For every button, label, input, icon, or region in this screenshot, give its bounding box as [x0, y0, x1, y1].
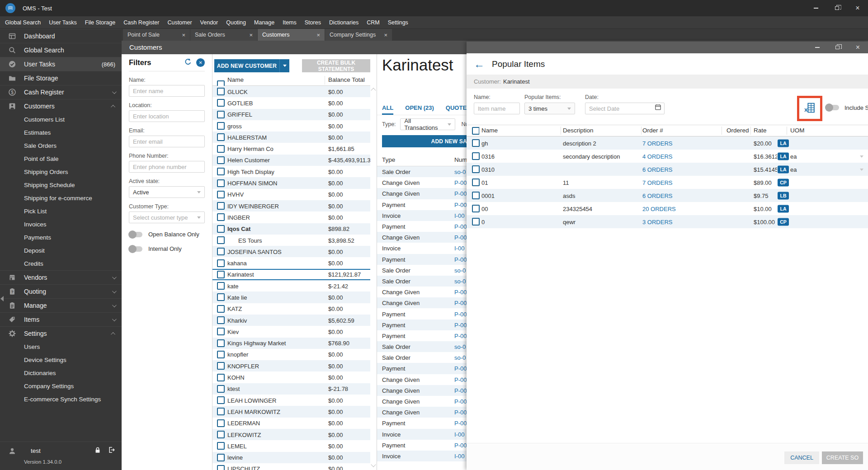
menu-item-cash-register[interactable]: Cash Register	[119, 16, 163, 29]
sidebar-subitem-company-settings[interactable]: Company Settings	[0, 380, 122, 393]
column-header-ordered[interactable]: Ordered	[726, 127, 749, 134]
orders-link[interactable]: 6 ORDERS	[642, 166, 672, 173]
table-row[interactable]: gross$0.00	[212, 120, 370, 132]
table-row[interactable]: GRIFFEL$0.00	[212, 109, 370, 120]
table-row[interactable]: KNOPFLER$0.00	[212, 360, 370, 371]
transaction-number-link[interactable]: P-00	[454, 332, 467, 339]
transaction-number-link[interactable]: P-00	[454, 321, 467, 328]
include-so-toggle[interactable]	[826, 105, 839, 110]
table-row[interactable]: kate$-21.42	[212, 280, 370, 291]
transaction-number-link[interactable]: I-00	[454, 212, 464, 219]
sidebar-subitem-dictionaries[interactable]: Dictionaries	[0, 367, 122, 380]
transaction-number-link[interactable]: so-0	[454, 343, 466, 350]
transaction-number-link[interactable]: so-0	[454, 277, 466, 284]
column-header-description[interactable]: Description	[563, 127, 594, 134]
row-checkbox[interactable]	[217, 191, 225, 198]
table-row[interactable]: Harry Herman Co$1,661.85	[212, 143, 370, 154]
sidebar-subitem-deposit[interactable]: Deposit	[0, 244, 122, 257]
column-header-item-name[interactable]: Name	[481, 127, 498, 134]
menu-item-user-tasks[interactable]: User Tasks	[45, 16, 81, 29]
logout-icon[interactable]	[108, 446, 115, 456]
table-row[interactable]: GOTLIEB$0.00	[212, 97, 370, 108]
menu-item-items[interactable]: Items	[278, 16, 301, 29]
column-header-type[interactable]: Type	[382, 156, 395, 163]
sidebar-subitem-users[interactable]: Users	[0, 340, 122, 353]
row-checkbox[interactable]	[217, 259, 225, 267]
transaction-type-select[interactable]: All Transactions	[400, 118, 455, 130]
customer-type-select[interactable]: Select customer type	[129, 212, 205, 223]
row-checkbox[interactable]	[217, 202, 225, 210]
row-checkbox[interactable]	[472, 152, 480, 160]
add-customer-dropdown-button[interactable]	[279, 59, 289, 72]
table-row[interactable]: ktest$-21.78	[212, 383, 370, 395]
row-checkbox[interactable]	[217, 362, 225, 370]
sidebar-item-manage[interactable]: Manage	[0, 298, 122, 312]
transaction-number-link[interactable]: P-00	[454, 234, 467, 241]
row-checkbox[interactable]	[217, 431, 225, 438]
sidebar-subitem-estimates[interactable]: Estimates	[0, 126, 122, 139]
chevron-down-icon[interactable]	[860, 155, 863, 158]
column-header-rate[interactable]: Rate	[754, 127, 767, 134]
row-checkbox[interactable]	[217, 111, 225, 118]
tab-close-icon[interactable]: ×	[316, 32, 320, 38]
table-row[interactable]: JOSEFINA SANTOS$0.00	[212, 246, 370, 257]
transaction-number-link[interactable]: I-00	[454, 431, 464, 437]
cancel-button[interactable]: CANCEL	[784, 451, 819, 464]
column-header-name[interactable]: Name	[227, 76, 244, 83]
row-checkbox[interactable]	[472, 179, 480, 186]
row-checkbox[interactable]	[217, 465, 225, 470]
row-checkbox[interactable]	[217, 374, 225, 381]
table-row[interactable]: 0023432545420 ORDERS$10.00LA	[467, 202, 868, 215]
sidebar-subitem-device-settings[interactable]: Device Settings	[0, 353, 122, 367]
name-input[interactable]	[129, 85, 205, 97]
calendar-icon[interactable]	[655, 104, 661, 113]
table-row[interactable]: Kharkiv$5,602.59	[212, 315, 370, 326]
table-row[interactable]: KOHN$0.00	[212, 371, 370, 383]
menu-item-dictionaries[interactable]: Dictionaries	[325, 16, 363, 29]
table-row[interactable]: 0316secondary description4 ORDERS$16.361…	[467, 150, 868, 163]
table-row[interactable]: High Tech Display$0.00	[212, 166, 370, 177]
orders-link[interactable]: 3 ORDERS	[642, 218, 672, 225]
table-row[interactable]: IDY WEINBERGER$0.00	[212, 200, 370, 212]
table-row[interactable]: 0qewr3 ORDERS$100.00CP	[467, 215, 868, 228]
clear-filters-icon[interactable]: ×	[196, 58, 205, 67]
row-checkbox[interactable]	[217, 225, 225, 233]
table-row[interactable]: Kings Highway Market$768.90	[212, 338, 370, 349]
table-row[interactable]: LEMEL$0.00	[212, 440, 370, 451]
sidebar-subitem-sale-orders[interactable]: Sale Orders	[0, 139, 122, 152]
row-checkbox[interactable]	[217, 351, 225, 358]
active-state-select[interactable]: Active	[129, 186, 205, 198]
orders-link[interactable]: 4 ORDERS	[642, 153, 672, 160]
tab-close-icon[interactable]: ×	[182, 32, 185, 38]
select-all-items-checkbox[interactable]	[472, 127, 480, 135]
column-header-uom[interactable]: UOM	[790, 127, 805, 134]
transaction-number-link[interactable]: P-00	[454, 409, 467, 416]
refresh-filters-icon[interactable]	[184, 58, 192, 68]
table-row[interactable]: GLUCK$0.00	[212, 86, 370, 97]
item-uom[interactable]: ea	[790, 153, 797, 160]
restore-button[interactable]	[826, 0, 847, 16]
detail-tab-open-23-[interactable]: OPEN (23)	[405, 104, 434, 115]
row-checkbox[interactable]	[217, 99, 225, 107]
row-checkbox[interactable]	[217, 122, 225, 130]
menu-item-file-storage[interactable]: File Storage	[81, 16, 119, 29]
menu-item-stores[interactable]: Stores	[301, 16, 325, 29]
sidebar-item-cash-register[interactable]: $Cash Register	[0, 85, 122, 99]
tab-company-settings[interactable]: Company Settings×	[325, 29, 392, 41]
tab-sale-orders[interactable]: Sale Orders×	[190, 29, 257, 41]
tab-point-of-sale[interactable]: Point of Sale×	[123, 29, 190, 41]
row-checkbox[interactable]	[472, 165, 480, 173]
sidebar-collapse-arrow-icon[interactable]	[0, 296, 4, 301]
sidebar-subitem-invoices[interactable]: Invoices	[0, 218, 122, 231]
dialog-restore-button[interactable]	[827, 42, 848, 53]
row-checkbox[interactable]	[217, 305, 225, 313]
row-checkbox[interactable]	[472, 218, 480, 226]
row-checkbox[interactable]	[217, 88, 225, 95]
row-checkbox[interactable]	[217, 339, 225, 347]
table-row[interactable]: levine$0.00	[212, 452, 370, 463]
transaction-number-link[interactable]: P-00	[454, 387, 467, 394]
transaction-number-link[interactable]: P-00	[454, 442, 467, 448]
sidebar-item-customers[interactable]: Customers	[0, 99, 122, 113]
transaction-number-link[interactable]: P-00	[454, 201, 467, 208]
row-checkbox[interactable]	[472, 192, 480, 199]
